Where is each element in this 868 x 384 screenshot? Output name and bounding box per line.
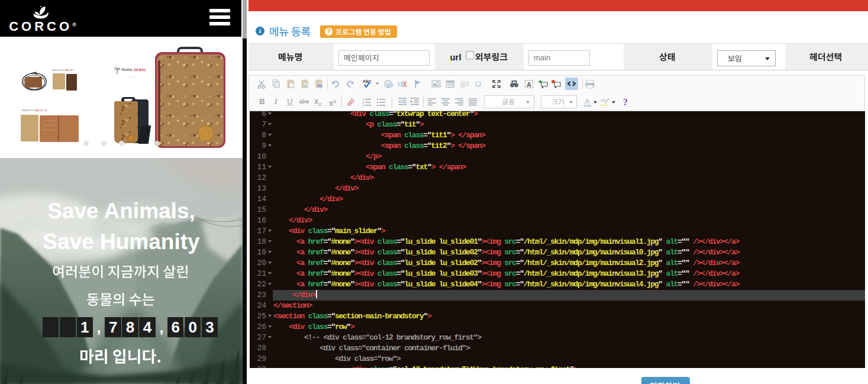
svg-text:ABC: ABC [363, 79, 372, 83]
svg-text:A: A [585, 97, 590, 106]
svg-text:W: W [318, 83, 322, 88]
svg-text:Ω: Ω [475, 80, 481, 89]
svg-text:A: A [466, 80, 469, 85]
svg-text:A: A [304, 83, 307, 88]
svg-text:3: 3 [362, 104, 364, 107]
svg-text:A: A [527, 81, 531, 88]
